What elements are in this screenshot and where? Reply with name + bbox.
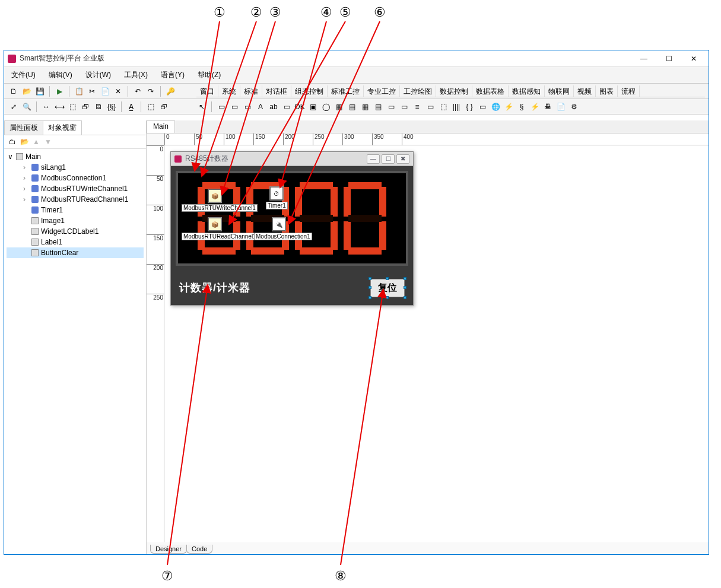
tree-node-Image1[interactable]: Image1	[7, 215, 144, 226]
menu-file[interactable]: 文件(U)	[9, 69, 38, 81]
key-icon[interactable]: 🔑	[164, 85, 176, 97]
open-file-icon[interactable]: 📂	[21, 85, 33, 97]
component-timer[interactable]: ⏱	[269, 186, 284, 201]
ribbon-tab-config[interactable]: 组态控制	[291, 85, 328, 97]
tree-node-ModbusRTUReadChannel1[interactable]: ›ModbusRTUReadChannel1	[7, 194, 144, 205]
menu-language[interactable]: 语言(Y)	[158, 69, 187, 81]
ribbon-tab-chart[interactable]: 图表	[596, 85, 618, 97]
palette-b6[interactable]: ▭	[281, 101, 293, 113]
palette-globe-icon[interactable]: 🌐	[490, 101, 501, 113]
tool2-a7[interactable]: {§}	[106, 101, 117, 113]
tool2-a9[interactable]: ⬚	[145, 101, 157, 113]
palette-b25[interactable]: ⚡	[529, 101, 541, 113]
form-titlebar[interactable]: RS485计数器 — ☐ ✖	[171, 152, 413, 166]
palette-b24[interactable]: §	[516, 101, 528, 113]
ribbon-tab-data-sense[interactable]: 数据感知	[509, 85, 545, 97]
tree-node-ModbusConnection1[interactable]: ›ModbusConnection1	[7, 173, 144, 183]
menu-tools[interactable]: 工具(X)	[122, 69, 150, 81]
tool2-a4[interactable]: ⬚	[66, 101, 78, 113]
component-read-channel[interactable]: 📦	[208, 217, 222, 231]
palette-b13[interactable]: ▤	[372, 101, 384, 113]
form-max-icon[interactable]: ☐	[382, 154, 395, 164]
window-close-button[interactable]: ✕	[682, 52, 705, 65]
titlebar[interactable]: Smart智慧控制平台 企业版 — ☐ ✕	[4, 50, 709, 67]
tree-node-siLang1[interactable]: ›siLang1	[7, 162, 144, 173]
design-canvas[interactable]: RS485计数器 — ☐ ✖ 📦 ModbusRTUWriteChannel1 …	[164, 145, 709, 542]
reset-button[interactable]: 复位	[370, 279, 405, 297]
paste-icon[interactable]: 📄	[99, 85, 111, 97]
tree-node-Timer1[interactable]: Timer1	[7, 205, 144, 215]
tree-node-ButtonClear[interactable]: ButtonClear	[7, 247, 144, 258]
tool2-a6[interactable]: 🖺	[93, 101, 104, 113]
palette-barcode-icon[interactable]: ||||	[450, 101, 462, 113]
tool2-a5[interactable]: 🗗	[80, 101, 91, 113]
ribbon-tab-window[interactable]: 窗口	[196, 85, 218, 97]
palette-b2[interactable]: ▭	[228, 101, 240, 113]
left-tab-objects[interactable]: 对象视窗	[43, 120, 82, 135]
cut-icon[interactable]: ✂	[86, 85, 98, 97]
ribbon-tab-dialog[interactable]: 对话框	[262, 85, 291, 97]
palette-b3[interactable]: ▭	[242, 101, 253, 113]
form-close-icon[interactable]: ✖	[396, 154, 409, 164]
palette-b21[interactable]: ▭	[477, 101, 488, 113]
undo-icon[interactable]: ↶	[132, 85, 144, 97]
delete-icon[interactable]: ✕	[112, 85, 124, 97]
palette-button-icon[interactable]: OK	[294, 101, 306, 113]
palette-b17[interactable]: ▭	[424, 101, 436, 113]
tool2-a3[interactable]: ⟷	[53, 101, 65, 113]
copy-icon[interactable]: 📋	[73, 85, 85, 97]
palette-b14[interactable]: ▭	[385, 101, 397, 113]
tool2-a1[interactable]: 🔍	[21, 101, 33, 113]
component-connection[interactable]: 🔌	[272, 217, 286, 231]
run-icon[interactable]: ▶	[53, 85, 65, 97]
left-tab-properties[interactable]: 属性面板	[4, 120, 43, 135]
ribbon-tab-standard[interactable]: 标准	[240, 85, 262, 97]
palette-label-icon[interactable]: A	[255, 101, 266, 113]
window-minimize-button[interactable]: —	[633, 52, 655, 65]
palette-b16[interactable]: ≡	[411, 101, 423, 113]
palette-b15[interactable]: ▭	[398, 101, 410, 113]
palette-b18[interactable]: ⬚	[437, 101, 449, 113]
palette-pdf-icon[interactable]: 📄	[555, 101, 567, 113]
ribbon-tab-data-ctrl[interactable]: 数据控制	[436, 85, 472, 97]
ribbon-tab-video[interactable]: 视频	[574, 85, 596, 97]
tree-root[interactable]: ∨ Main	[7, 151, 144, 162]
ribbon-tab-std-ind[interactable]: 标准工控	[328, 85, 364, 97]
redo-icon[interactable]: ↷	[145, 85, 157, 97]
menu-edit[interactable]: 编辑(V)	[46, 69, 75, 81]
palette-b12[interactable]: ▦	[359, 101, 371, 113]
palette-b11[interactable]: ▤	[346, 101, 358, 113]
lp-tool-1[interactable]: 📂	[20, 137, 29, 147]
ribbon-tab-data-table[interactable]: 数据表格	[472, 85, 509, 97]
bottom-tab-code[interactable]: Code	[186, 545, 212, 554]
menu-design[interactable]: 设计(W)	[83, 69, 113, 81]
bottom-tab-designer[interactable]: Designer	[150, 545, 187, 554]
lp-tool-0[interactable]: 🗀	[8, 137, 17, 147]
lp-tool-down-icon[interactable]: ▼	[43, 137, 53, 147]
palette-b10[interactable]: ▦	[333, 101, 345, 113]
palette-pointer-icon[interactable]: ↖	[196, 101, 208, 113]
lp-tool-up-icon[interactable]: ▲	[31, 137, 41, 147]
tree-node-Label1[interactable]: Label1	[7, 237, 144, 247]
tool2-a8[interactable]: A̲	[125, 101, 137, 113]
component-write-channel[interactable]: 📦	[208, 189, 222, 203]
ribbon-tab-pro-ind[interactable]: 专业工控	[364, 85, 400, 97]
palette-gear-icon[interactable]: ⚙	[568, 101, 580, 113]
window-maximize-button[interactable]: ☐	[658, 52, 680, 65]
tool2-a10[interactable]: 🗗	[158, 101, 170, 113]
ribbon-tab-iot[interactable]: 物联网	[545, 85, 574, 97]
palette-checkbox-icon[interactable]: ▣	[307, 101, 319, 113]
palette-print-icon[interactable]: 🖶	[542, 101, 554, 113]
footer-label[interactable]: 计数器/计米器	[179, 281, 250, 295]
designed-form[interactable]: RS485计数器 — ☐ ✖ 📦 ModbusRTUWriteChannel1 …	[170, 151, 414, 306]
tool2-a0[interactable]: ⤢	[8, 101, 20, 113]
tree-node-WidgetLCDLabel1[interactable]: WidgetLCDLabel1	[7, 226, 144, 237]
ribbon-tab-draw[interactable]: 工控绘图	[400, 85, 436, 97]
new-file-icon[interactable]: 🗋	[8, 85, 20, 97]
palette-b23[interactable]: ⚡	[503, 101, 514, 113]
ribbon-tab-system[interactable]: 系统	[218, 85, 240, 97]
tool2-a2[interactable]: ↔	[40, 101, 52, 113]
tree-node-ModbusRTUWriteChannel1[interactable]: ›ModbusRTUWriteChannel1	[7, 183, 144, 194]
menu-help[interactable]: 帮助(Z)	[195, 69, 223, 81]
palette-edit-icon[interactable]: ab	[268, 101, 279, 113]
